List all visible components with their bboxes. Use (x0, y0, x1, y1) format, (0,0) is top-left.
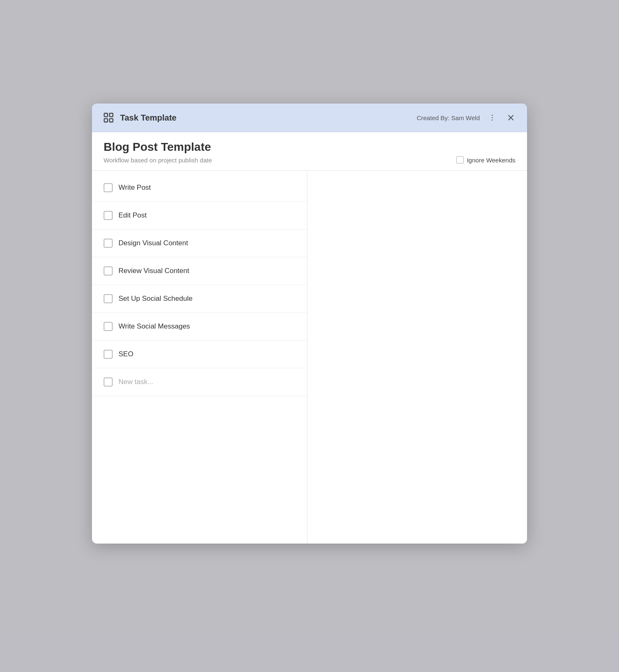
svg-rect-2 (104, 118, 108, 122)
task-item-write-social-messages[interactable]: Write Social Messages (92, 313, 307, 341)
created-by-label: Created By: Sam Weld (417, 114, 480, 121)
header-right: Created By: Sam Weld (417, 111, 517, 124)
task-label-design-visual-content: Design Visual Content (118, 239, 188, 247)
task-label-edit-post: Edit Post (118, 211, 147, 220)
task-item-edit-post[interactable]: Edit Post (92, 202, 307, 230)
svg-rect-0 (104, 114, 108, 117)
task-label-write-social-messages: Write Social Messages (118, 322, 190, 331)
modal-subheader: Blog Post Template Workflow based on pro… (92, 132, 527, 171)
task-label-write-post: Write Post (118, 184, 151, 192)
template-name: Blog Post Template (104, 140, 515, 154)
svg-point-4 (492, 115, 493, 116)
task-item-seo[interactable]: SEO (92, 341, 307, 368)
svg-point-6 (492, 120, 493, 121)
task-item-new-task[interactable]: New task... (92, 368, 307, 396)
svg-point-5 (492, 117, 493, 118)
task-list-panel: Write Post Edit Post Design Visual Conte… (92, 171, 307, 544)
ignore-weekends-label[interactable]: Ignore Weekends (456, 156, 515, 164)
more-options-button[interactable] (486, 112, 498, 123)
task-template-modal: Task Template Created By: Sam Weld Blog … (92, 104, 527, 544)
task-item-design-visual-content[interactable]: Design Visual Content (92, 230, 307, 257)
ignore-weekends-text: Ignore Weekends (467, 157, 515, 164)
modal-header: Task Template Created By: Sam Weld (92, 104, 527, 132)
task-label-seo: SEO (118, 350, 133, 358)
task-label-new-task: New task... (118, 378, 153, 386)
task-detail-panel (307, 171, 527, 544)
task-checkbox-review-visual-content[interactable] (104, 266, 113, 276)
task-checkbox-write-post[interactable] (104, 183, 113, 192)
task-label-review-visual-content: Review Visual Content (118, 267, 189, 275)
subheader-row: Workflow based on project publish date I… (104, 156, 515, 164)
modal-content: Write Post Edit Post Design Visual Conte… (92, 171, 527, 544)
task-checkbox-set-up-social-schedule[interactable] (104, 294, 113, 303)
task-label-set-up-social-schedule: Set Up Social Schedule (118, 295, 193, 303)
ignore-weekends-checkbox[interactable] (456, 156, 464, 164)
task-checkbox-new-task[interactable] (104, 377, 113, 387)
template-grid-icon (102, 111, 115, 124)
workflow-description: Workflow based on project publish date (104, 157, 212, 164)
task-item-write-post[interactable]: Write Post (92, 174, 307, 202)
header-left: Task Template (102, 111, 177, 124)
task-checkbox-design-visual-content[interactable] (104, 239, 113, 248)
task-checkbox-edit-post[interactable] (104, 211, 113, 220)
task-item-review-visual-content[interactable]: Review Visual Content (92, 257, 307, 285)
task-checkbox-seo[interactable] (104, 350, 113, 359)
modal-title: Task Template (120, 113, 177, 123)
svg-rect-3 (109, 118, 113, 122)
close-button[interactable] (505, 111, 517, 124)
task-item-set-up-social-schedule[interactable]: Set Up Social Schedule (92, 285, 307, 313)
svg-rect-1 (109, 114, 113, 117)
task-checkbox-write-social-messages[interactable] (104, 322, 113, 331)
